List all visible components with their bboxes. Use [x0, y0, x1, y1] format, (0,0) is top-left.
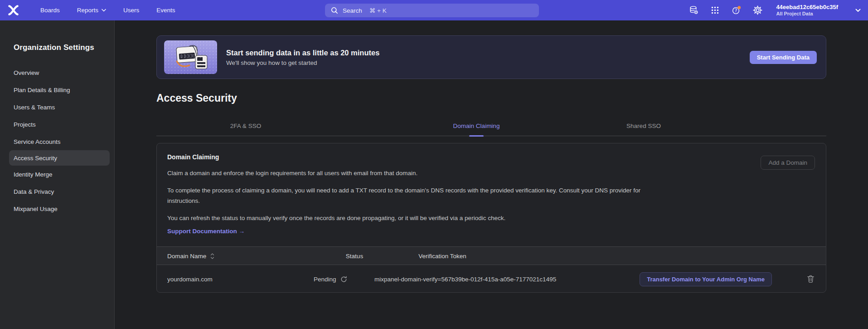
sidebar-item-plan-details-billing[interactable]: Plan Details & Billing [0, 81, 114, 98]
verification-token-cell: mixpanel-domain-verify=567b39be-012f-415… [374, 265, 556, 293]
trash-icon [807, 275, 815, 283]
sidebar-item-mixpanel-usage[interactable]: Mixpanel Usage [0, 200, 114, 217]
nav-item-users[interactable]: Users [123, 7, 139, 14]
refresh-status-icon[interactable] [340, 276, 347, 283]
start-sending-data-button[interactable]: Start Sending Data [750, 51, 817, 64]
panel-description-2: To complete the process of claiming a do… [167, 185, 664, 206]
getting-started-illustration [164, 40, 217, 74]
column-header-domain-name[interactable]: Domain Name [167, 247, 214, 265]
delete-domain-button[interactable] [806, 275, 815, 284]
account-chevron-down-icon[interactable] [855, 9, 861, 12]
support-documentation-link[interactable]: Support Documentation → [167, 228, 245, 235]
panel-description-1: Claim a domain and enforce the login req… [167, 168, 417, 178]
sidebar-title: Organization Settings [0, 20, 114, 52]
panel-title: Domain Claiming [167, 153, 219, 161]
sidebar-menu: Overview Plan Details & Billing Users & … [0, 64, 114, 217]
search-shortcut: ⌘ + K [369, 7, 387, 14]
sidebar-item-service-accounts[interactable]: Service Accounts [0, 133, 114, 150]
sort-icon[interactable] [210, 253, 214, 260]
account-switcher[interactable]: 44eebad12c65eb0c35f All Project Data [776, 4, 838, 17]
sidebar-item-data-privacy[interactable]: Data & Privacy [0, 183, 114, 200]
project-name: All Project Data [776, 11, 838, 17]
apps-grid-icon[interactable] [710, 5, 720, 15]
status-pending-label: Pending [314, 276, 336, 283]
column-header-domain-name-label: Domain Name [167, 253, 206, 260]
sidebar-item-users-teams[interactable]: Users & Teams [0, 98, 114, 116]
tab-shared-sso[interactable]: Shared SSO [626, 123, 661, 129]
access-security-tabs: 2FA & SSO Domain Claiming Shared SSO [156, 117, 826, 136]
main-content: Start sending data in as little as 20 mi… [115, 20, 868, 329]
org-settings-sidebar: Organization Settings Overview Plan Deta… [0, 20, 115, 329]
column-header-verification-token: Verification Token [418, 247, 466, 265]
app-window: Boards Reports Users Events Search ⌘ + K [0, 0, 868, 329]
nav-item-events-label: Events [156, 7, 175, 14]
org-id: 44eebad12c65eb0c35f [776, 4, 838, 11]
search-icon [331, 7, 338, 14]
status-cell: Pending [314, 265, 347, 293]
page-title: Access Security [156, 92, 237, 104]
settings-gear-icon[interactable] [753, 5, 762, 15]
domains-table-header: Domain Name Status Verification Token [157, 246, 826, 265]
sidebar-item-access-security[interactable]: Access Security [9, 150, 110, 166]
sidebar-item-projects[interactable]: Projects [0, 116, 114, 133]
search-input[interactable]: Search ⌘ + K [325, 4, 539, 17]
nav-item-reports-label: Reports [77, 7, 98, 14]
domain-name-cell: yourdomain.com [167, 265, 213, 293]
domain-table-row: yourdomain.com Pending mixpanel-domain-v… [157, 265, 826, 293]
column-header-status: Status [346, 247, 363, 265]
domain-claiming-panel: Domain Claiming Claim a domain and enfor… [156, 143, 826, 293]
mixpanel-logo-icon [7, 4, 19, 16]
tab-domain-claiming[interactable]: Domain Claiming [453, 123, 500, 129]
nav-item-users-label: Users [123, 7, 139, 14]
sidebar-item-overview[interactable]: Overview [0, 64, 114, 81]
nav-right-cluster: ? 44eebad12c65eb0c35f [689, 0, 861, 20]
panel-description-3: You can refresh the status to manually v… [167, 213, 505, 223]
banner-title: Start sending data in as little as 20 mi… [226, 49, 379, 57]
nav-item-boards[interactable]: Boards [40, 7, 60, 14]
banner-text: Start sending data in as little as 20 mi… [226, 49, 379, 66]
search-placeholder: Search [343, 7, 362, 14]
getting-started-banner: Start sending data in as little as 20 mi… [156, 35, 826, 79]
nav-items: Boards Reports Users Events [40, 7, 175, 14]
database-settings-icon[interactable] [689, 5, 698, 15]
banner-subtitle: We'll show you how to get started [226, 59, 379, 66]
tab-2fa-sso[interactable]: 2FA & SSO [230, 123, 261, 129]
chevron-down-icon [102, 9, 106, 12]
mixpanel-logo[interactable] [7, 4, 19, 16]
nav-item-reports[interactable]: Reports [77, 7, 106, 14]
add-domain-button[interactable]: Add a Domain [761, 156, 815, 170]
transfer-domain-button[interactable]: Transfer Domain to Your Admin Org Name [640, 272, 772, 286]
active-tab-indicator [469, 135, 484, 137]
help-icon[interactable]: ? [732, 5, 741, 15]
top-nav: Boards Reports Users Events Search ⌘ + K [0, 0, 868, 20]
nav-item-events[interactable]: Events [156, 7, 175, 14]
svg-text:?: ? [735, 8, 737, 13]
notification-badge [738, 6, 741, 9]
nav-item-boards-label: Boards [40, 7, 60, 14]
sidebar-item-identity-merge[interactable]: Identity Merge [0, 166, 114, 183]
